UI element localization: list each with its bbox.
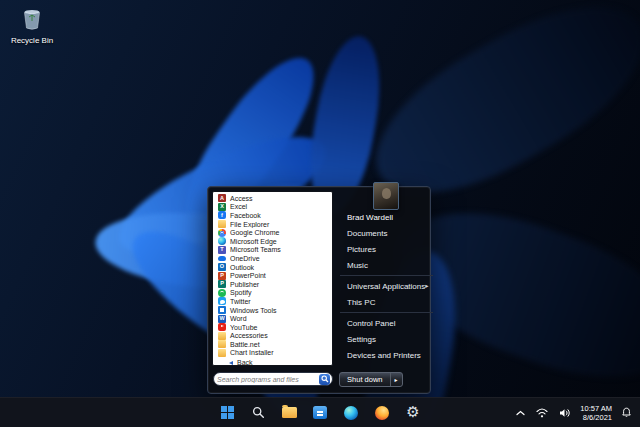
menu-item-label: Chart Installer [230,349,274,356]
taskbar-file-explorer-button[interactable] [276,401,302,425]
windows-tools-icon [218,306,226,314]
wifi-icon [536,408,548,418]
menu-item-label: Microsoft Teams [230,246,281,253]
menu-item-label: Outlook [230,264,254,271]
menu-item-label: Twitter [230,298,251,305]
spotify-icon [218,289,226,297]
menu-item-label: Microsoft Edge [230,238,277,245]
search-input[interactable] [217,376,317,383]
back-label: Back [237,359,253,366]
start-menu-item-music[interactable]: Music [338,257,435,273]
back-button[interactable]: Back [213,359,332,366]
network-button[interactable] [534,406,550,420]
start-menu-item-pictures[interactable]: Pictures [338,241,435,257]
submenu-arrow-icon: ▸ [425,282,428,290]
item-label: Music [347,261,368,270]
twitter-icon [218,297,226,305]
search-button[interactable] [319,374,330,385]
taskbar-center-icons: ⚙ [214,398,426,427]
chrome-icon [218,229,226,237]
gear-icon: ⚙ [406,405,419,420]
taskbar-firefox-button[interactable] [369,401,395,425]
menu-item-label: Access [230,195,253,202]
menu-item-microsoft-teams[interactable]: Microsoft Teams [213,246,332,255]
recycle-bin-icon [22,8,42,34]
menu-item-microsoft-edge[interactable]: Microsoft Edge [213,237,332,246]
folder-icon [218,349,226,357]
start-menu-apps-panel: Access Excel Facebook File Explorer Goog… [212,191,333,366]
item-label: Devices and Printers [347,351,421,360]
menu-item-label: PowerPoint [230,272,266,279]
folder-icon [218,332,226,340]
menu-item-label: YouTube [230,324,258,331]
taskbar-clock[interactable]: 10:57 AM 8/6/2021 [580,404,612,422]
taskbar-settings-button[interactable]: ⚙ [400,401,426,425]
system-tray: 10:57 AM 8/6/2021 [512,398,636,427]
start-menu-item-control-panel[interactable]: Control Panel [338,315,435,331]
tray-overflow-button[interactable] [514,408,527,418]
onedrive-icon [218,254,226,262]
menu-item-outlook[interactable]: Outlook [213,263,332,272]
back-arrow-icon [229,361,233,365]
menu-item-word[interactable]: Word [213,314,332,323]
recycle-bin[interactable]: Recycle Bin [6,8,58,45]
start-button[interactable] [214,401,240,425]
menu-item-label: Word [230,315,247,322]
start-menu-item-this-pc[interactable]: This PC [338,294,435,310]
user-avatar[interactable] [373,182,399,210]
taskbar: ⚙ [0,397,640,427]
taskbar-search-button[interactable] [245,401,271,425]
menu-item-label: Google Chrome [230,229,279,236]
menu-item-excel[interactable]: Excel [213,203,332,212]
taskbar-store-button[interactable] [307,401,333,425]
menu-item-file-explorer[interactable]: File Explorer [213,220,332,229]
item-label: Pictures [347,245,376,254]
menu-item-label: File Explorer [230,221,269,228]
taskbar-edge-button[interactable] [338,401,364,425]
menu-item-access[interactable]: Access [213,194,332,203]
menu-item-battle-net[interactable]: Battle.net [213,340,332,349]
outlook-icon [218,263,226,271]
start-menu: Access Excel Facebook File Explorer Goog… [207,186,431,394]
firefox-icon [375,406,389,420]
menu-item-powerpoint[interactable]: PowerPoint [213,271,332,280]
menu-item-accessories[interactable]: Accessories [213,332,332,341]
menu-item-onedrive[interactable]: OneDrive [213,254,332,263]
volume-button[interactable] [557,406,573,420]
search-icon [252,406,265,419]
shutdown-options-arrow-icon[interactable]: ▸ [391,376,402,383]
menu-item-label: Spotify [230,289,251,296]
powerpoint-icon [218,272,226,280]
shutdown-button[interactable]: Shut down ▸ [339,372,402,387]
start-menu-item-documents[interactable]: Documents [338,225,435,241]
menu-item-publisher[interactable]: Publisher [213,280,332,289]
start-menu-item-universal-applications[interactable]: Universal Applications ▸ [338,278,435,294]
edge-icon [218,237,226,245]
file-explorer-icon [218,220,226,228]
menu-item-windows-tools[interactable]: Windows Tools [213,306,332,315]
user-name[interactable]: Brad Wardell [338,210,435,225]
start-menu-item-devices-and-printers[interactable]: Devices and Printers [338,347,435,363]
start-menu-item-settings[interactable]: Settings [338,331,435,347]
start-menu-search-box[interactable] [213,372,333,386]
menu-item-label: Battle.net [230,341,260,348]
bell-icon [621,407,632,418]
item-label: Universal Applications [347,282,425,291]
menu-item-chart-installer[interactable]: Chart Installer [213,349,332,358]
notifications-button[interactable] [619,405,634,420]
menu-divider [340,275,433,276]
menu-item-google-chrome[interactable]: Google Chrome [213,228,332,237]
windows-logo-icon [221,406,234,419]
tray-date: 8/6/2021 [583,413,612,422]
menu-item-label: Publisher [230,281,259,288]
menu-item-spotify[interactable]: Spotify [213,289,332,298]
speaker-icon [559,408,571,418]
access-icon [218,194,226,202]
microsoft-store-icon [313,406,327,419]
menu-item-twitter[interactable]: Twitter [213,297,332,306]
menu-item-label: Facebook [230,212,261,219]
item-label: Documents [347,229,387,238]
menu-item-label: Windows Tools [230,307,277,314]
menu-item-facebook[interactable]: Facebook [213,211,332,220]
menu-item-youtube[interactable]: YouTube [213,323,332,332]
